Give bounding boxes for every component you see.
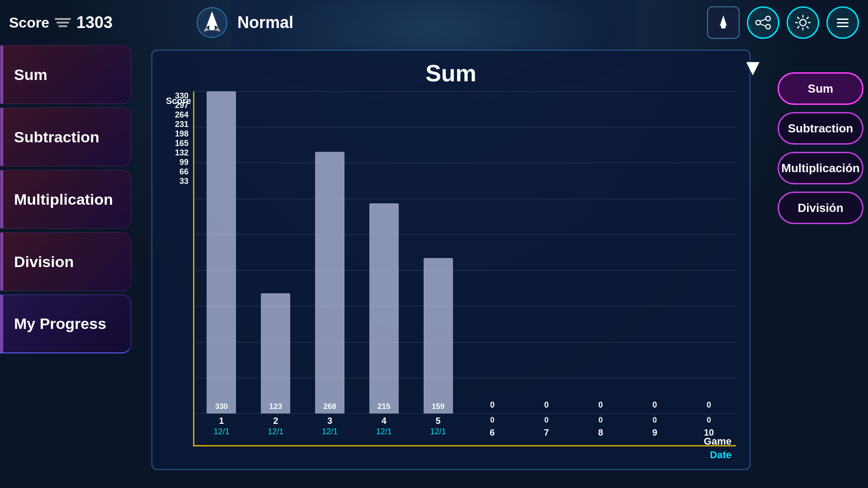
- bar: 123: [261, 293, 290, 413]
- sidebar-item-multiplication-label: Multiplication: [14, 191, 113, 208]
- x-label-group: 09: [632, 413, 677, 438]
- bar-value: 215: [377, 402, 390, 411]
- svg-line-17: [797, 17, 800, 19]
- right-btn-subtraction[interactable]: Subtraction: [778, 112, 863, 145]
- x-label-group: 010: [686, 413, 731, 438]
- bar: 268: [315, 152, 344, 413]
- sidebar-item-sum[interactable]: Sum: [0, 45, 131, 104]
- svg-point-8: [756, 20, 760, 25]
- bar: 159: [424, 258, 453, 413]
- down-arrow-icon: ▼: [742, 54, 764, 80]
- y-axis-value: 165: [175, 139, 189, 148]
- y-axis-title: Score: [166, 96, 191, 106]
- score-label: Score: [9, 14, 49, 31]
- x-game-number: 8: [598, 427, 603, 438]
- sidebar-item-my-progress-label: My Progress: [14, 315, 106, 333]
- y-axis-value: 231: [175, 120, 189, 129]
- sidebar-item-multiplication[interactable]: Multiplication: [0, 170, 131, 229]
- svg-point-12: [800, 19, 806, 26]
- bars-wrapper: 33012326821515900000: [194, 91, 736, 413]
- y-axis-value: 66: [179, 167, 189, 177]
- chart-plot: 33012326821515900000 112/1212/1312/1412/…: [193, 91, 736, 446]
- svg-rect-22: [837, 22, 849, 23]
- bar-value: 159: [432, 402, 444, 411]
- game-mode-label: Normal: [237, 13, 293, 32]
- x-game-number: 4: [382, 416, 387, 426]
- x-game-number: 1: [219, 416, 224, 426]
- sidebar-item-division[interactable]: Division: [0, 232, 131, 291]
- svg-line-19: [807, 17, 809, 19]
- sidebar-item-subtraction-label: Subtraction: [14, 128, 99, 146]
- bar-value: 268: [323, 402, 336, 411]
- score-icon: [54, 16, 72, 29]
- y-axis-value: 33: [179, 177, 189, 186]
- x-label-group: 412/1: [361, 413, 406, 436]
- x-label-group: 06: [470, 413, 515, 438]
- svg-line-11: [760, 24, 766, 26]
- y-axis-value: 99: [179, 158, 189, 167]
- right-btn-multiplicacion[interactable]: Multiplicación: [778, 152, 863, 184]
- svg-point-7: [766, 16, 770, 21]
- header: Score 1303 Normal: [0, 0, 868, 45]
- share-button[interactable]: [747, 6, 779, 39]
- x-date: 12/1: [213, 427, 229, 436]
- sidebar-item-my-progress[interactable]: My Progress: [0, 295, 131, 353]
- header-icons: [707, 6, 859, 39]
- bar-group: 123: [253, 91, 298, 413]
- right-btn-division[interactable]: División: [778, 192, 863, 224]
- svg-line-10: [760, 19, 766, 21]
- score-value: 1303: [76, 13, 113, 32]
- bar-zero-value: 0: [653, 416, 657, 425]
- x-label-group: 112/1: [199, 413, 244, 436]
- x-game-number: 9: [652, 427, 657, 438]
- bar-group: 159: [415, 91, 461, 413]
- svg-rect-2: [209, 24, 215, 30]
- bar-group: 0: [524, 91, 569, 413]
- bar-group: 0: [578, 91, 623, 413]
- bar-zero-label: 0: [707, 400, 711, 410]
- bar-zero-label: 0: [544, 400, 549, 410]
- chart-area: Score 330297264231198165132996633 330123…: [166, 91, 736, 446]
- y-axis-value: 132: [175, 148, 189, 158]
- bar-group: 268: [307, 91, 353, 413]
- x-label-group: 312/1: [307, 413, 353, 436]
- sidebar-item-subtraction[interactable]: Subtraction: [0, 108, 131, 166]
- bar-zero-label: 0: [652, 400, 657, 410]
- settings-button[interactable]: [787, 6, 819, 39]
- main-content: Sum Score 330297264231198165132996633 33…: [142, 41, 760, 479]
- chart-container: Sum Score 330297264231198165132996633 33…: [151, 50, 750, 470]
- y-axis-value: 264: [175, 110, 189, 120]
- bar-zero-label: 0: [598, 400, 603, 410]
- bar-zero-label: 0: [490, 400, 495, 410]
- x-label-group: 08: [578, 413, 623, 438]
- sidebar: Sum Subtraction Multiplication Division …: [0, 41, 140, 358]
- score-section: Score 1303: [9, 13, 113, 32]
- sidebar-item-sum-label: Sum: [14, 66, 47, 84]
- rocket-button[interactable]: [707, 6, 740, 39]
- bar-group: 0: [470, 91, 515, 413]
- x-date: 12/1: [322, 427, 338, 436]
- svg-line-18: [807, 26, 809, 28]
- x-label-group: 212/1: [253, 413, 298, 436]
- x-labels: 112/1212/1312/1412/1512/106070809010: [194, 413, 736, 445]
- x-game-number: 6: [490, 427, 495, 438]
- chart-title: Sum: [166, 60, 736, 87]
- bar-value: 123: [269, 402, 282, 411]
- bar: 330: [207, 91, 236, 413]
- x-date: 12/1: [430, 427, 446, 436]
- right-btn-sum[interactable]: Sum: [778, 72, 863, 105]
- bar-value: 330: [215, 402, 228, 411]
- menu-button[interactable]: [826, 6, 859, 39]
- x-date: 12/1: [376, 427, 392, 436]
- bar-group: 215: [361, 91, 406, 413]
- y-axis-value: 198: [175, 129, 189, 139]
- svg-line-20: [797, 26, 800, 28]
- right-panel: SumSubtractionMultiplicaciónDivisión: [769, 45, 868, 233]
- x-date: 12/1: [268, 427, 283, 436]
- y-axis: 330297264231198165132996633: [166, 91, 193, 231]
- bar-zero-value: 0: [599, 416, 603, 425]
- x-axis-label: Game: [704, 436, 731, 447]
- svg-point-9: [766, 24, 770, 29]
- x-label-group: 512/1: [415, 413, 461, 436]
- bar-zero-value: 0: [490, 416, 494, 425]
